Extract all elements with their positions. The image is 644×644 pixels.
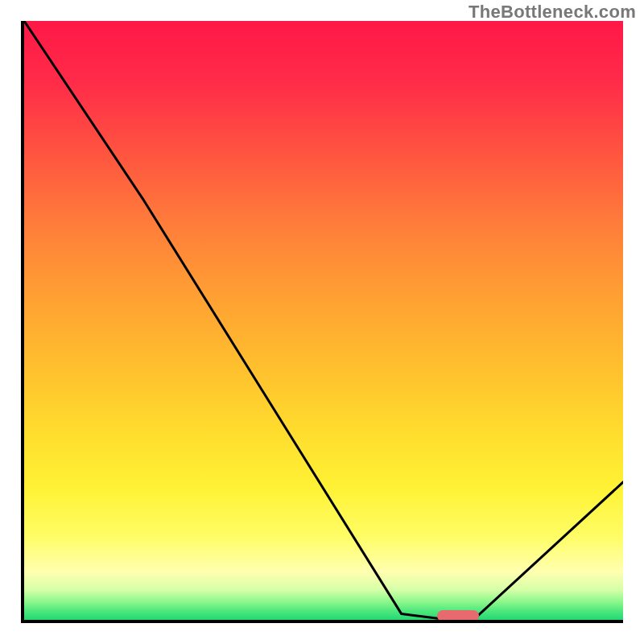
watermark-text: TheBottleneck.com <box>469 2 636 23</box>
bottleneck-curve <box>24 21 623 620</box>
optimal-range-marker <box>437 610 479 621</box>
plot-area <box>21 21 623 623</box>
chart-container: TheBottleneck.com <box>0 0 644 644</box>
